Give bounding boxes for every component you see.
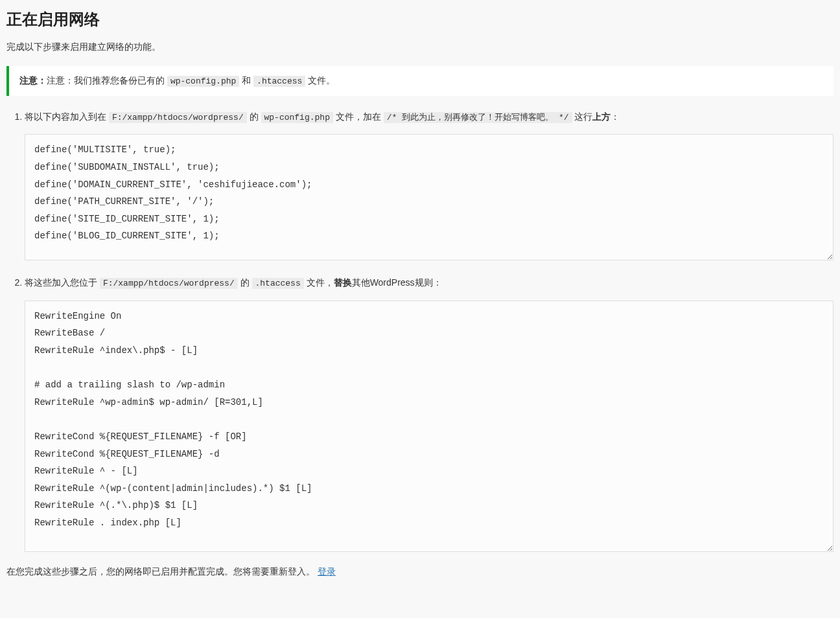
step-2-bold: 替换	[334, 277, 352, 288]
wpconfig-code-block[interactable]	[25, 134, 834, 260]
step-1-t4: 这行	[572, 111, 593, 122]
notice-code-htaccess: .htaccess	[253, 76, 305, 87]
step-2-path-code: F:/xampp/htdocs/wordpress/	[100, 278, 238, 289]
step-2-t3: 文件，	[304, 277, 334, 288]
footer-text-span: 在您完成这些步骤之后，您的网络即已启用并配置完成。您将需要重新登入。	[6, 566, 318, 577]
step-1-text: 将以下内容加入到在 F:/xampp/htdocs/wordpress/ 的 w…	[25, 109, 834, 125]
notice-label: 注意：	[47, 75, 74, 86]
step-1-comment-code: /* 到此为止，别再修改了！开始写博客吧。 */	[384, 112, 572, 123]
step-1: 将以下内容加入到在 F:/xampp/htdocs/wordpress/ 的 w…	[25, 109, 834, 260]
notice-code-wpconfig: wp-config.php	[167, 76, 239, 87]
step-1-bold: 上方	[592, 111, 611, 122]
step-1-t3: 文件，加在	[333, 111, 384, 122]
step-1-t1: 将以下内容加入到在	[25, 111, 109, 122]
step-1-file-code: wp-config.php	[261, 112, 333, 123]
network-setup-container: 正在启用网络 完成以下步骤来启用建立网络的功能。 注意：注意：我们推荐您备份已有…	[6, 9, 834, 578]
backup-notice: 注意：注意：我们推荐您备份已有的 wp-config.php 和 .htacce…	[6, 66, 834, 96]
footer-text: 在您完成这些步骤之后，您的网络即已启用并配置完成。您将需要重新登入。 登录	[6, 566, 834, 578]
step-2-file-code: .htaccess	[252, 278, 304, 289]
step-2: 将这些加入您位于 F:/xampp/htdocs/wordpress/ 的 .h…	[25, 275, 834, 551]
notice-text-after: 文件。	[305, 75, 335, 86]
step-2-t4: 其他WordPress规则：	[352, 277, 442, 288]
step-1-t5: ：	[611, 111, 620, 122]
step-2-t1: 将这些加入您位于	[25, 277, 100, 288]
notice-text-mid: 和	[239, 75, 253, 86]
htaccess-code-block[interactable]	[25, 301, 834, 552]
intro-text: 完成以下步骤来启用建立网络的功能。	[6, 41, 834, 53]
page-title: 正在启用网络	[6, 9, 834, 30]
step-2-t2: 的	[238, 277, 252, 288]
notice-text-before: 我们推荐您备份已有的	[74, 75, 167, 86]
steps-list: 将以下内容加入到在 F:/xampp/htdocs/wordpress/ 的 w…	[9, 109, 834, 552]
step-1-path-code: F:/xampp/htdocs/wordpress/	[109, 112, 247, 123]
login-link[interactable]: 登录	[318, 566, 336, 577]
notice-prefix-bold: 注意：	[19, 75, 47, 86]
step-2-text: 将这些加入您位于 F:/xampp/htdocs/wordpress/ 的 .h…	[25, 275, 834, 291]
step-1-t2: 的	[247, 111, 261, 122]
